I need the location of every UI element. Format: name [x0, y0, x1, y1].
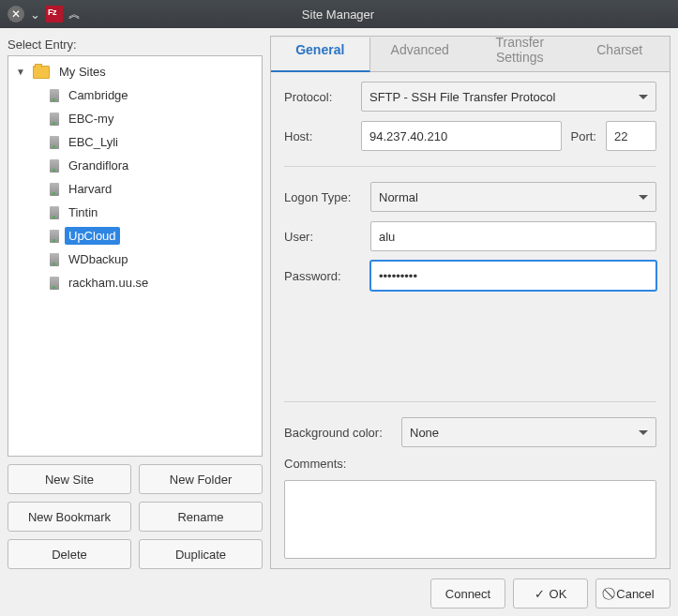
server-icon — [50, 253, 59, 266]
delete-button[interactable]: Delete — [8, 539, 131, 569]
logon-type-dropdown[interactable]: Normal — [370, 182, 656, 212]
divider — [284, 401, 656, 402]
tree-site-item[interactable]: Harvard — [8, 177, 262, 201]
tab-transfer-settings[interactable]: Transfer Settings — [470, 37, 570, 71]
user-input[interactable] — [370, 221, 656, 251]
background-color-value: None — [410, 426, 439, 440]
server-icon — [50, 136, 59, 149]
ok-label: OK — [550, 587, 567, 601]
tab-charset[interactable]: Charset — [570, 37, 670, 71]
tree-site-item[interactable]: Cambridge — [8, 83, 262, 107]
folder-icon — [33, 66, 50, 79]
user-label: User: — [284, 230, 361, 244]
tree-site-item[interactable]: rackham.uu.se — [8, 271, 262, 294]
divider — [284, 166, 656, 167]
check-icon: ✓ — [535, 587, 545, 601]
site-list-panel: Select Entry: ▼ My Sites CambridgeEBC-my… — [8, 36, 263, 569]
tree-site-item[interactable]: EBC_Lyli — [8, 130, 262, 154]
protocol-dropdown[interactable]: SFTP - SSH File Transfer Protocol — [361, 82, 656, 112]
dialog-footer: Connect ✓ OK ⃠ Cancel — [8, 569, 670, 608]
window-controls: ✕ ⌄ ︽ — [8, 6, 81, 23]
background-color-dropdown[interactable]: None — [401, 417, 656, 447]
close-window-icon[interactable]: ✕ — [8, 6, 24, 23]
filezilla-app-icon — [46, 6, 63, 23]
logon-type-value: Normal — [379, 190, 418, 204]
chevron-down-icon — [639, 195, 648, 200]
tab-advanced[interactable]: Advanced — [370, 37, 471, 71]
comments-label: Comments: — [284, 457, 656, 471]
chevron-down-icon — [639, 430, 648, 435]
connect-button[interactable]: Connect — [430, 578, 505, 608]
server-icon — [50, 113, 59, 126]
protocol-value: SFTP - SSH File Transfer Protocol — [369, 90, 555, 104]
comments-textarea[interactable] — [284, 480, 656, 559]
host-label: Host: — [284, 129, 352, 143]
window-title: Site Manager — [81, 8, 595, 22]
tree-site-label: Grandiflora — [65, 157, 132, 174]
tree-site-label: rackham.uu.se — [65, 274, 152, 292]
server-icon — [50, 206, 59, 219]
duplicate-button[interactable]: Duplicate — [139, 539, 263, 569]
tree-site-label: Cambridge — [65, 86, 132, 104]
new-folder-button[interactable]: New Folder — [139, 464, 263, 494]
cancel-label: Cancel — [616, 587, 654, 601]
tree-site-item[interactable]: EBC-my — [8, 107, 262, 130]
site-tree[interactable]: ▼ My Sites CambridgeEBC-myEBC_LyliGrandi… — [8, 55, 263, 457]
minimize-icon[interactable]: ⌄ — [30, 8, 40, 22]
protocol-label: Protocol: — [284, 90, 352, 104]
host-input[interactable] — [361, 121, 562, 151]
server-icon — [50, 159, 59, 173]
server-icon — [50, 183, 59, 196]
tab-bar: GeneralAdvancedTransfer SettingsCharset — [271, 37, 670, 72]
rename-button[interactable]: Rename — [139, 502, 263, 532]
tree-site-item[interactable]: UpCloud — [8, 224, 262, 248]
chevron-down-icon — [639, 95, 648, 99]
ok-button[interactable]: ✓ OK — [513, 578, 588, 608]
tree-site-label: EBC-my — [65, 110, 117, 128]
titlebar: ✕ ⌄ ︽ Site Manager — [0, 0, 678, 28]
cancel-button[interactable]: ⃠ Cancel — [595, 578, 670, 608]
tree-site-item[interactable]: Tintin — [8, 201, 262, 224]
select-entry-label: Select Entry: — [8, 36, 263, 55]
site-details-panel: GeneralAdvancedTransfer SettingsCharset … — [270, 36, 670, 569]
logon-type-label: Logon Type: — [284, 190, 361, 204]
port-input[interactable] — [606, 121, 656, 151]
tree-site-item[interactable]: WDbackup — [8, 248, 262, 271]
tree-site-label: Harvard — [65, 180, 115, 198]
server-icon — [50, 89, 59, 102]
tree-site-label: Tintin — [65, 203, 101, 221]
tree-site-item[interactable]: Grandiflora — [8, 154, 262, 177]
password-label: Password: — [284, 269, 361, 283]
new-bookmark-button[interactable]: New Bookmark — [8, 502, 131, 532]
collapse-icon[interactable]: ︽ — [68, 6, 81, 23]
server-icon — [50, 230, 59, 243]
new-site-button[interactable]: New Site — [8, 464, 131, 494]
tree-site-label: UpCloud — [65, 227, 120, 245]
background-color-label: Background color: — [284, 426, 392, 440]
expander-icon[interactable]: ▼ — [14, 66, 27, 79]
port-label: Port: — [571, 129, 596, 143]
tree-root-my-sites[interactable]: ▼ My Sites — [8, 60, 262, 83]
tree-root-label: My Sites — [55, 63, 110, 81]
password-input[interactable] — [370, 261, 656, 291]
tab-general[interactable]: General — [271, 38, 370, 72]
tree-site-label: EBC_Lyli — [65, 133, 122, 151]
tree-site-label: WDbackup — [65, 250, 132, 268]
server-icon — [50, 277, 59, 290]
